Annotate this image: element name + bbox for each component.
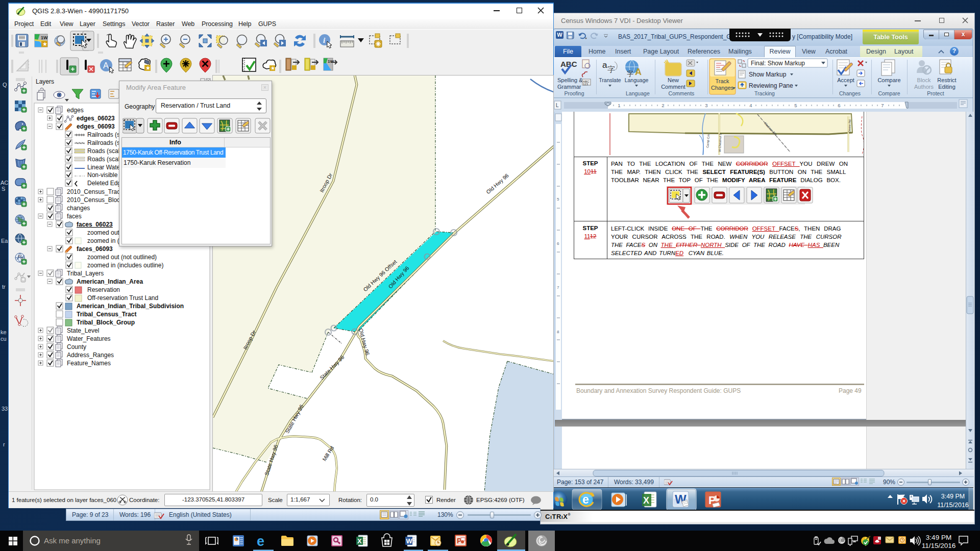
svg-text:Track: Track [715, 78, 729, 84]
svg-text:Proofing: Proofing [564, 90, 584, 96]
svg-text:7: 7 [881, 103, 884, 108]
svg-text:★: ★ [145, 65, 151, 71]
svg-text:3:49 PM: 3:49 PM [941, 493, 965, 500]
svg-text:1W: 1W [41, 35, 48, 40]
svg-text:faces_06093: faces_06093 [77, 245, 113, 253]
svg-text:e: e [257, 534, 264, 549]
svg-text:Feature_Names: Feature_Names [67, 360, 111, 367]
svg-text:e: e [582, 493, 589, 506]
svg-text:State Hwy 96: State Hwy 96 [318, 354, 346, 381]
svg-text:3: 3 [705, 103, 707, 108]
svg-text:Layers: Layers [36, 78, 54, 85]
svg-text:字: 字 [627, 70, 633, 78]
svg-text:Off-reservation Trust Land: Off-reservation Trust Land [87, 294, 158, 302]
svg-text:Show Markup: Show Markup [749, 71, 787, 78]
svg-text:6: 6 [557, 241, 559, 246]
svg-text:zoomed in (includes outline): zoomed in (includes outline) [87, 262, 163, 269]
svg-text:Language: Language [626, 90, 650, 96]
svg-text:Ask me anything: Ask me anything [44, 536, 101, 545]
svg-text:Tribal_Block_Group: Tribal_Block_Group [77, 319, 135, 326]
svg-text:Tribal_Layers: Tribal_Layers [67, 270, 104, 277]
svg-text:edges: edges [67, 107, 84, 114]
svg-text:2010_Census_Block: 2010_Census_Block [67, 196, 124, 204]
svg-text:L: L [556, 103, 559, 108]
svg-text:American_Indian_Area: American_Indian_Area [77, 278, 143, 285]
svg-text:Old Hwy 96: Old Hwy 96 [485, 172, 510, 195]
svg-text:4: 4 [749, 103, 752, 108]
svg-text:Language: Language [625, 77, 649, 83]
svg-text:Reservation: Reservation [87, 286, 120, 293]
svg-text:★: ★ [42, 41, 47, 47]
svg-text:State_Level: State_Level [67, 327, 99, 334]
svg-text:Address_Ranges: Address_Ranges [67, 352, 114, 359]
svg-text:changes: changes [67, 205, 90, 212]
svg-text:zoomed out (: zoomed out ( [87, 229, 123, 236]
svg-text:faces_06023: faces_06023 [77, 221, 113, 228]
svg-text:Protect: Protect [927, 90, 944, 96]
svg-text:Mill Rd: Mill Rd [321, 445, 335, 462]
svg-text:Tribal_Census_Tract: Tribal_Census_Tract [77, 311, 136, 318]
svg-text:Changes: Changes [711, 85, 734, 91]
svg-text:A: A [103, 61, 109, 70]
svg-text:W: W [406, 537, 413, 545]
svg-text:A: A [635, 67, 642, 77]
svg-text:Block: Block [917, 77, 931, 83]
svg-text:Comment: Comment [661, 84, 685, 90]
svg-text:★: ★ [271, 65, 275, 71]
svg-text:edges_06023: edges_06023 [77, 115, 115, 122]
svg-text:字: 字 [607, 65, 615, 73]
svg-text:Compare: Compare [878, 90, 900, 96]
svg-text:Water_Features: Water_Features [67, 335, 111, 342]
svg-text:Deere Rd: Deere Rd [848, 119, 851, 133]
svg-text:Tracking: Tracking [754, 90, 775, 96]
svg-text:County: County [67, 343, 86, 350]
svg-text:123: 123 [583, 83, 589, 86]
svg-text:Old Hwy 96: Old Hwy 96 [358, 328, 371, 356]
svg-text:a: a [602, 60, 607, 70]
svg-text:1: 1 [618, 103, 620, 108]
svg-text:Grammar: Grammar [557, 84, 581, 90]
svg-text:X: X [643, 495, 649, 506]
svg-text:11/15/2016: 11/15/2016 [937, 502, 969, 509]
svg-text:8: 8 [557, 330, 559, 334]
svg-text:5: 5 [794, 103, 797, 108]
svg-text:faces: faces [67, 213, 82, 220]
svg-text:1W: 1W [328, 59, 334, 64]
svg-text:Translate: Translate [599, 77, 621, 83]
svg-text:New: New [668, 77, 679, 83]
svg-text:Reviewing Pane: Reviewing Pane [749, 82, 793, 89]
svg-text:X: X [357, 537, 362, 545]
svg-text:Editing: Editing [938, 84, 955, 90]
svg-text:Authors: Authors [914, 84, 934, 90]
svg-text:zoomed out (not outlined): zoomed out (not outlined) [87, 254, 157, 261]
svg-text:7: 7 [557, 285, 559, 290]
svg-text:5: 5 [557, 197, 559, 202]
svg-text:Roads (scale: Roads (scale [87, 156, 123, 163]
svg-text:Linear Water: Linear Water [87, 164, 122, 171]
svg-text:Changes: Changes [839, 90, 861, 96]
svg-text:edges_06093: edges_06093 [77, 123, 115, 130]
svg-text:Final: Show Markup: Final: Show Markup [751, 60, 805, 67]
svg-text:Roads (scale: Roads (scale [87, 147, 123, 155]
svg-text:Spelling &: Spelling & [557, 77, 583, 83]
svg-text:6: 6 [838, 103, 840, 108]
svg-text:2: 2 [662, 103, 664, 108]
svg-text:American_Indian_Tribal_Subdivi: American_Indian_Tribal_Subdivision [77, 303, 184, 310]
svg-text:2010_Census_Tract: 2010_Census_Tract [67, 188, 122, 195]
svg-text:11/15/2016: 11/15/2016 [922, 542, 956, 549]
svg-text:Accept: Accept [837, 77, 854, 83]
svg-text:Restrict: Restrict [937, 77, 956, 83]
svg-text:Comments: Comments [669, 90, 695, 96]
svg-text:Compare: Compare [877, 77, 900, 83]
svg-text:3:49 PM: 3:49 PM [926, 534, 951, 541]
